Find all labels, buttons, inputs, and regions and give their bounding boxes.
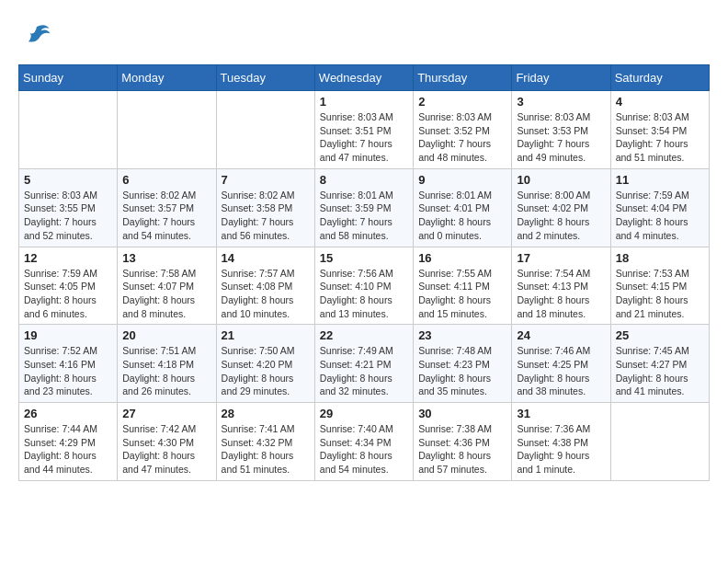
day-number: 16 — [418, 251, 506, 265]
calendar-cell — [216, 91, 314, 169]
day-number: 27 — [122, 407, 210, 420]
calendar-cell: 12Sunrise: 7:59 AM Sunset: 4:05 PM Dayli… — [19, 247, 118, 325]
week-row-1: 1Sunrise: 8:03 AM Sunset: 3:51 PM Daylig… — [19, 91, 710, 169]
weekday-header-friday: Friday — [512, 65, 610, 91]
day-info: Sunrise: 8:03 AM Sunset: 3:51 PM Dayligh… — [320, 110, 408, 165]
day-info: Sunrise: 7:51 AM Sunset: 4:18 PM Dayligh… — [122, 344, 210, 398]
day-number: 22 — [320, 328, 408, 342]
day-info: Sunrise: 7:46 AM Sunset: 4:25 PM Dayligh… — [517, 344, 605, 398]
day-number: 4 — [616, 95, 704, 109]
day-info: Sunrise: 7:58 AM Sunset: 4:07 PM Dayligh… — [122, 267, 210, 321]
calendar-cell: 27Sunrise: 7:42 AM Sunset: 4:30 PM Dayli… — [118, 403, 216, 481]
day-info: Sunrise: 7:56 AM Sunset: 4:10 PM Dayligh… — [320, 267, 408, 321]
calendar-cell: 4Sunrise: 8:03 AM Sunset: 3:54 PM Daylig… — [610, 91, 709, 169]
calendar-cell: 8Sunrise: 8:01 AM Sunset: 3:59 PM Daylig… — [314, 168, 413, 247]
weekday-header-wednesday: Wednesday — [314, 65, 413, 91]
logo-bird-icon — [20, 18, 53, 52]
calendar-cell: 6Sunrise: 8:02 AM Sunset: 3:57 PM Daylig… — [118, 168, 216, 247]
day-number: 14 — [222, 251, 310, 265]
calendar-cell: 1Sunrise: 8:03 AM Sunset: 3:51 PM Daylig… — [314, 91, 413, 169]
calendar-cell: 21Sunrise: 7:50 AM Sunset: 4:20 PM Dayli… — [216, 325, 314, 403]
calendar-cell: 23Sunrise: 7:48 AM Sunset: 4:23 PM Dayli… — [414, 325, 512, 403]
page-header — [18, 18, 710, 55]
calendar-cell: 11Sunrise: 7:59 AM Sunset: 4:04 PM Dayli… — [610, 168, 709, 247]
day-number: 9 — [418, 173, 506, 187]
day-number: 28 — [222, 407, 310, 420]
day-number: 10 — [517, 173, 605, 187]
calendar-cell: 28Sunrise: 7:41 AM Sunset: 4:32 PM Dayli… — [216, 403, 314, 481]
day-number: 12 — [24, 251, 112, 265]
calendar-cell: 29Sunrise: 7:40 AM Sunset: 4:34 PM Dayli… — [314, 403, 413, 481]
day-number: 1 — [320, 95, 408, 109]
weekday-header-row: SundayMondayTuesdayWednesdayThursdayFrid… — [19, 65, 710, 91]
day-number: 5 — [24, 173, 112, 187]
day-info: Sunrise: 7:59 AM Sunset: 4:05 PM Dayligh… — [24, 267, 112, 321]
day-info: Sunrise: 7:40 AM Sunset: 4:34 PM Dayligh… — [320, 422, 408, 477]
day-info: Sunrise: 8:00 AM Sunset: 4:02 PM Dayligh… — [517, 189, 605, 243]
day-info: Sunrise: 8:03 AM Sunset: 3:54 PM Dayligh… — [616, 110, 704, 165]
calendar-cell: 19Sunrise: 7:52 AM Sunset: 4:16 PM Dayli… — [19, 325, 118, 403]
day-number: 15 — [320, 251, 408, 265]
day-number: 3 — [517, 95, 605, 109]
day-number: 17 — [517, 251, 605, 265]
calendar-cell: 25Sunrise: 7:45 AM Sunset: 4:27 PM Dayli… — [610, 325, 709, 403]
calendar-table: SundayMondayTuesdayWednesdayThursdayFrid… — [18, 64, 710, 481]
day-info: Sunrise: 7:54 AM Sunset: 4:13 PM Dayligh… — [517, 267, 605, 321]
day-info: Sunrise: 7:36 AM Sunset: 4:38 PM Dayligh… — [517, 422, 605, 477]
day-number: 18 — [616, 251, 704, 265]
calendar-cell: 9Sunrise: 8:01 AM Sunset: 4:01 PM Daylig… — [414, 168, 512, 247]
week-row-2: 5Sunrise: 8:03 AM Sunset: 3:55 PM Daylig… — [19, 168, 710, 247]
day-info: Sunrise: 7:53 AM Sunset: 4:15 PM Dayligh… — [616, 267, 704, 321]
day-number: 31 — [517, 407, 605, 420]
calendar-cell: 18Sunrise: 7:53 AM Sunset: 4:15 PM Dayli… — [610, 247, 709, 325]
weekday-header-saturday: Saturday — [610, 65, 709, 91]
calendar-cell — [118, 91, 216, 169]
day-number: 23 — [418, 328, 506, 342]
day-info: Sunrise: 7:41 AM Sunset: 4:32 PM Dayligh… — [222, 422, 310, 477]
day-info: Sunrise: 7:57 AM Sunset: 4:08 PM Dayligh… — [222, 267, 310, 321]
day-number: 29 — [320, 407, 408, 420]
day-info: Sunrise: 8:02 AM Sunset: 3:57 PM Dayligh… — [122, 189, 210, 243]
calendar-cell: 14Sunrise: 7:57 AM Sunset: 4:08 PM Dayli… — [216, 247, 314, 325]
day-number: 24 — [517, 328, 605, 342]
calendar-cell: 16Sunrise: 7:55 AM Sunset: 4:11 PM Dayli… — [414, 247, 512, 325]
calendar-cell: 5Sunrise: 8:03 AM Sunset: 3:55 PM Daylig… — [19, 168, 118, 247]
calendar-cell: 24Sunrise: 7:46 AM Sunset: 4:25 PM Dayli… — [512, 325, 610, 403]
week-row-3: 12Sunrise: 7:59 AM Sunset: 4:05 PM Dayli… — [19, 247, 710, 325]
day-info: Sunrise: 7:42 AM Sunset: 4:30 PM Dayligh… — [122, 422, 210, 477]
day-info: Sunrise: 8:02 AM Sunset: 3:58 PM Dayligh… — [222, 189, 310, 243]
day-info: Sunrise: 7:44 AM Sunset: 4:29 PM Dayligh… — [24, 422, 112, 477]
day-number: 21 — [222, 328, 310, 342]
day-info: Sunrise: 7:52 AM Sunset: 4:16 PM Dayligh… — [24, 344, 112, 398]
weekday-header-thursday: Thursday — [414, 65, 512, 91]
weekday-header-monday: Monday — [118, 65, 216, 91]
day-info: Sunrise: 8:03 AM Sunset: 3:53 PM Dayligh… — [517, 110, 605, 165]
week-row-4: 19Sunrise: 7:52 AM Sunset: 4:16 PM Dayli… — [19, 325, 710, 403]
day-info: Sunrise: 7:50 AM Sunset: 4:20 PM Dayligh… — [222, 344, 310, 398]
day-number: 11 — [616, 173, 704, 187]
week-row-5: 26Sunrise: 7:44 AM Sunset: 4:29 PM Dayli… — [19, 403, 710, 481]
day-number: 7 — [222, 173, 310, 187]
calendar-cell: 22Sunrise: 7:49 AM Sunset: 4:21 PM Dayli… — [314, 325, 413, 403]
weekday-header-tuesday: Tuesday — [216, 65, 314, 91]
day-number: 6 — [122, 173, 210, 187]
calendar-cell — [610, 403, 709, 481]
calendar-cell: 3Sunrise: 8:03 AM Sunset: 3:53 PM Daylig… — [512, 91, 610, 169]
day-number: 26 — [24, 407, 112, 420]
weekday-header-sunday: Sunday — [19, 65, 118, 91]
calendar-cell — [19, 91, 118, 169]
day-info: Sunrise: 7:49 AM Sunset: 4:21 PM Dayligh… — [320, 344, 408, 398]
calendar-cell: 15Sunrise: 7:56 AM Sunset: 4:10 PM Dayli… — [314, 247, 413, 325]
calendar-cell: 2Sunrise: 8:03 AM Sunset: 3:52 PM Daylig… — [414, 91, 512, 169]
day-info: Sunrise: 8:03 AM Sunset: 3:52 PM Dayligh… — [418, 110, 506, 165]
calendar-cell: 13Sunrise: 7:58 AM Sunset: 4:07 PM Dayli… — [118, 247, 216, 325]
day-info: Sunrise: 7:38 AM Sunset: 4:36 PM Dayligh… — [418, 422, 506, 477]
day-number: 25 — [616, 328, 704, 342]
day-number: 13 — [122, 251, 210, 265]
calendar-cell: 31Sunrise: 7:36 AM Sunset: 4:38 PM Dayli… — [512, 403, 610, 481]
day-number: 8 — [320, 173, 408, 187]
day-number: 19 — [24, 328, 112, 342]
calendar-cell: 26Sunrise: 7:44 AM Sunset: 4:29 PM Dayli… — [19, 403, 118, 481]
day-info: Sunrise: 7:55 AM Sunset: 4:11 PM Dayligh… — [418, 267, 506, 321]
calendar-cell: 7Sunrise: 8:02 AM Sunset: 3:58 PM Daylig… — [216, 168, 314, 247]
